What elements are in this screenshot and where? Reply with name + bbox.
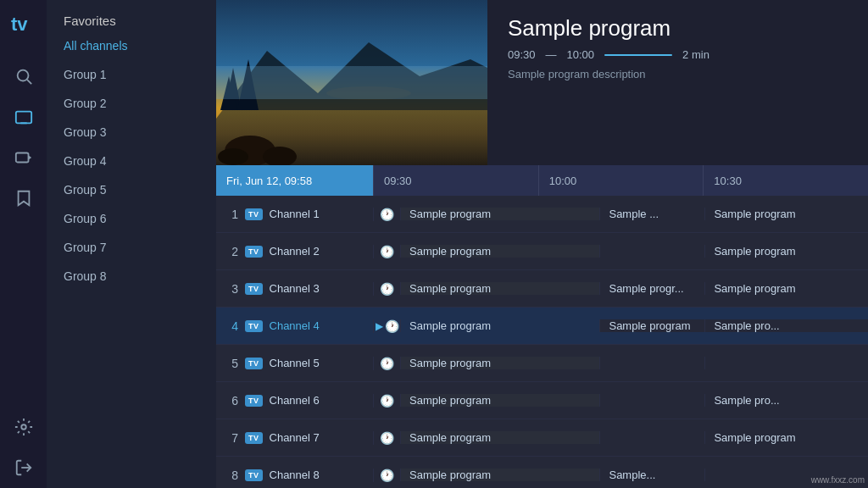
play-icon: ▶ bbox=[376, 320, 383, 332]
svg-marker-18 bbox=[220, 76, 237, 110]
groups-sidebar: Favorites All channelsGroup 1Group 2Grou… bbox=[47, 0, 216, 488]
program-cell[interactable]: Sample program bbox=[704, 431, 868, 444]
main-content: Sample program 09:30 — 10:00 2 min Sampl… bbox=[216, 0, 868, 488]
channel-number: 1 bbox=[223, 208, 238, 221]
sidebar-group-item[interactable]: Group 7 bbox=[47, 233, 216, 262]
clock-divider: 🕐 bbox=[373, 245, 400, 258]
epg-row[interactable]: 7TVChannel 7🕐Sample programSample progra… bbox=[216, 419, 868, 457]
program-cell[interactable]: Sample progr... bbox=[599, 282, 704, 295]
svg-text:tv: tv bbox=[11, 14, 28, 34]
program-cell[interactable]: Sample program bbox=[400, 357, 599, 369]
svg-marker-6 bbox=[28, 155, 31, 160]
programs-area: Sample programSample program bbox=[400, 431, 868, 444]
favorites-title: Favorites bbox=[47, 7, 216, 31]
svg-rect-3 bbox=[15, 112, 31, 124]
program-cell[interactable]: Sample program bbox=[400, 208, 599, 220]
tv-badge: TV bbox=[245, 283, 263, 295]
time-slot-label: 09:30 bbox=[373, 165, 538, 196]
app-logo: tv bbox=[8, 8, 39, 39]
program-cell[interactable] bbox=[704, 357, 868, 369]
program-time-row: 09:30 — 10:00 2 min bbox=[508, 48, 848, 61]
sidebar-group-item[interactable]: Group 2 bbox=[47, 89, 216, 118]
programs-area: Sample program bbox=[400, 357, 868, 369]
clock-icon: 🕐 bbox=[380, 357, 394, 370]
clock-divider: ▶🕐 bbox=[373, 319, 400, 333]
channel-name: Channel 7 bbox=[270, 431, 320, 444]
time-slot-label: 10:00 bbox=[538, 165, 704, 196]
program-cell[interactable]: Sample program bbox=[400, 245, 599, 258]
bookmark-icon[interactable] bbox=[7, 181, 41, 215]
program-cell[interactable]: Sample program bbox=[400, 469, 599, 481]
channel-number: 3 bbox=[223, 282, 238, 296]
program-title: Sample program bbox=[508, 15, 848, 42]
channel-name: Channel 3 bbox=[270, 282, 320, 295]
programs-area: Sample programSample pro... bbox=[400, 394, 868, 407]
sidebar-group-item[interactable]: Group 8 bbox=[47, 262, 216, 291]
clock-icon: 🕐 bbox=[380, 282, 394, 296]
top-section: Sample program 09:30 — 10:00 2 min Sampl… bbox=[216, 0, 868, 165]
program-cell[interactable]: Sample program bbox=[400, 431, 599, 444]
program-cell[interactable]: Sample... bbox=[599, 469, 704, 481]
programs-area: Sample programSample... bbox=[400, 469, 868, 481]
clock-icon: 🕐 bbox=[380, 245, 394, 258]
epg-row[interactable]: 5TVChannel 5🕐Sample program bbox=[216, 345, 868, 382]
program-cell[interactable]: Sample program bbox=[400, 319, 599, 332]
program-cell[interactable]: Sample program bbox=[704, 282, 868, 295]
channel-cell: 7TVChannel 7 bbox=[216, 431, 373, 445]
sidebar-group-item[interactable]: Group 5 bbox=[47, 175, 216, 204]
time-progress-bar bbox=[604, 54, 672, 56]
channel-name: Channel 5 bbox=[270, 357, 320, 369]
program-cell[interactable]: Sample pro... bbox=[704, 394, 868, 407]
sidebar-group-item[interactable]: Group 4 bbox=[47, 147, 216, 175]
program-time-start: 09:30 bbox=[508, 48, 536, 61]
sidebar-group-item[interactable]: All channels bbox=[47, 31, 216, 60]
channel-number: 8 bbox=[223, 469, 238, 482]
sidebar-group-item[interactable]: Group 1 bbox=[47, 60, 216, 89]
channel-name: Channel 1 bbox=[270, 208, 320, 220]
program-cell[interactable] bbox=[599, 357, 704, 369]
program-time-separator: — bbox=[546, 48, 557, 61]
programs-area: Sample programSample programSample pro..… bbox=[400, 319, 868, 332]
program-cell[interactable] bbox=[599, 394, 704, 407]
sidebar-group-item[interactable]: Group 6 bbox=[47, 204, 216, 233]
program-cell[interactable]: Sample program bbox=[400, 394, 599, 407]
epg-row[interactable]: 8TVChannel 8🕐Sample programSample... bbox=[216, 457, 868, 488]
record-icon[interactable] bbox=[7, 141, 41, 175]
epg-list: 1TVChannel 1🕐Sample programSample ...Sam… bbox=[216, 196, 868, 488]
epg-row[interactable]: 6TVChannel 6🕐Sample programSample pro... bbox=[216, 382, 868, 419]
svg-rect-5 bbox=[15, 153, 28, 163]
clock-icon: 🕐 bbox=[380, 208, 394, 221]
channel-cell: 8TVChannel 8 bbox=[216, 469, 373, 482]
epg-row[interactable]: 2TVChannel 2🕐Sample programSample progra… bbox=[216, 233, 868, 270]
sidebar-group-item[interactable]: Group 3 bbox=[47, 118, 216, 147]
tv-badge: TV bbox=[245, 358, 263, 369]
channel-cell: 2TVChannel 2 bbox=[216, 245, 373, 258]
logout-icon[interactable] bbox=[7, 451, 41, 485]
tv-badge: TV bbox=[245, 208, 263, 220]
programs-area: Sample programSample program bbox=[400, 245, 868, 258]
program-cell[interactable] bbox=[599, 245, 704, 258]
program-cell[interactable]: Sample program bbox=[599, 319, 704, 332]
settings-icon[interactable] bbox=[7, 410, 41, 444]
channel-number: 4 bbox=[223, 319, 238, 333]
current-datetime: Fri, Jun 12, 09:58 bbox=[226, 175, 312, 187]
icon-sidebar: tv bbox=[0, 0, 47, 488]
tv-icon[interactable] bbox=[7, 100, 41, 134]
search-icon[interactable] bbox=[7, 59, 41, 93]
program-cell[interactable]: Sample program bbox=[400, 282, 599, 295]
program-cell[interactable]: Sample program bbox=[704, 208, 868, 220]
program-info: Sample program 09:30 — 10:00 2 min Sampl… bbox=[487, 0, 868, 165]
channel-number: 5 bbox=[223, 357, 238, 370]
program-cell[interactable]: Sample pro... bbox=[704, 319, 868, 332]
channel-number: 6 bbox=[223, 394, 238, 408]
channel-cell: 6TVChannel 6 bbox=[216, 394, 373, 408]
timeline-header: Fri, Jun 12, 09:58 09:3010:0010:30 bbox=[216, 165, 868, 196]
program-cell[interactable]: Sample ... bbox=[599, 208, 704, 220]
svg-point-1 bbox=[17, 70, 28, 81]
epg-row[interactable]: 3TVChannel 3🕐Sample programSample progr.… bbox=[216, 270, 868, 308]
program-cell[interactable] bbox=[599, 431, 704, 444]
program-cell[interactable]: Sample program bbox=[704, 245, 868, 258]
groups-list: All channelsGroup 1Group 2Group 3Group 4… bbox=[47, 31, 216, 291]
epg-row[interactable]: 1TVChannel 1🕐Sample programSample ...Sam… bbox=[216, 196, 868, 233]
epg-row[interactable]: 4TVChannel 4▶🕐Sample programSample progr… bbox=[216, 308, 868, 345]
